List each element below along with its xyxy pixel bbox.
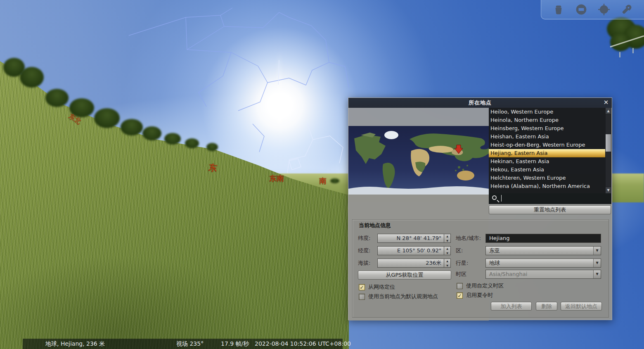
sun-glare-beam [277, 50, 282, 124]
tree-silhouette [20, 67, 44, 88]
search-icon [492, 195, 497, 200]
dropdown-icon[interactable]: ▼ [593, 270, 601, 278]
get-location-from-gps-button[interactable]: 从GPS获取位置 [358, 271, 451, 280]
planet-value: 地球 [489, 260, 500, 266]
planet-label: 行星: [456, 259, 468, 268]
direction-label-south: 南 [319, 176, 327, 186]
wrench-icon[interactable] [620, 3, 633, 16]
list-item[interactable]: Helena (Alabama), Northern America [489, 182, 605, 190]
city-name-input[interactable]: Hejiang [485, 234, 601, 243]
bush-silhouette [45, 89, 69, 107]
fence-post [632, 48, 634, 53]
longitude-spinner: ▲ ▼ [444, 246, 451, 255]
bush-silhouette [185, 138, 199, 148]
dialog-title: 所在地点 [469, 99, 492, 107]
spin-down-icon[interactable]: ▼ [444, 251, 450, 256]
list-item[interactable]: Heishan, Eastern Asia [489, 133, 605, 141]
spin-up-icon[interactable]: ▲ [444, 247, 450, 251]
bush-silhouette [164, 133, 181, 145]
list-item[interactable]: Heiloo, Western Europe [489, 108, 605, 116]
checkbox-custom-timezone[interactable]: 使用自定义时区 [457, 283, 504, 289]
altitude-spinner: ▲ ▼ [444, 259, 451, 268]
stellarium-viewport: 太阳 东北 东 东南 南 [0, 0, 644, 349]
scroll-thumb[interactable] [606, 134, 611, 152]
horizon-tree [330, 178, 339, 183]
checkbox-daylight-saving[interactable]: ✓ 启用夏令时 [457, 292, 493, 299]
list-item[interactable]: Heinola, Northern Europe [489, 116, 605, 124]
target-icon[interactable] [598, 3, 610, 16]
list-scrollbar: ▲ ▼ [605, 108, 611, 193]
dropdown-icon[interactable]: ▼ [593, 259, 601, 267]
region-label: 区: [456, 246, 463, 255]
world-map[interactable] [348, 126, 489, 195]
location-list: Heiloo, Western EuropeHeinola, Northern … [489, 108, 605, 193]
longitude-label: 经度: [358, 246, 370, 255]
bush-silhouette [142, 126, 161, 140]
region-value: 东亚 [489, 247, 500, 254]
circle-slot-icon[interactable] [575, 3, 587, 16]
location-dialog: 所在地点 ✕ [348, 97, 612, 320]
list-item[interactable]: Hekou, Eastern Asia [489, 166, 605, 174]
checkbox-label: 使用当前地点为默认观测地点 [368, 293, 438, 300]
timezone-label: 时区 [456, 270, 466, 279]
direction-label-southeast: 东南 [269, 173, 284, 183]
bush-silhouette [121, 119, 143, 135]
spin-down-icon[interactable]: ▼ [444, 239, 450, 243]
timezone-value: Asia/Shanghai [489, 271, 527, 277]
longitude-spinbox[interactable]: E 105° 50' 0.92" [377, 246, 444, 255]
scroll-down-icon[interactable]: ▼ [606, 187, 611, 193]
list-item-partial[interactable] [489, 190, 605, 193]
spin-down-icon[interactable]: ▼ [444, 264, 450, 268]
city-name-label: 地名/城市: [456, 234, 481, 243]
status-fps: 17.9 帧/秒 [221, 340, 249, 348]
status-fov: 视场 235° [176, 340, 204, 348]
dropdown-icon[interactable]: ▼ [593, 247, 601, 255]
add-to-list-button[interactable]: 加入列表 [491, 302, 532, 311]
reset-location-list-button[interactable]: 重置地点列表 [489, 205, 611, 214]
checkbox-use-as-default[interactable]: 使用当前地点为默认观测地点 [359, 293, 438, 300]
checkbox-icon[interactable] [359, 294, 365, 300]
checkbox-network-locate[interactable]: ✓ 从网络定位 [359, 284, 395, 290]
checkbox-icon[interactable]: ✓ [359, 284, 365, 290]
text-caret [501, 195, 502, 202]
list-item[interactable]: Heist-op-den-Berg, Western Europe [489, 141, 605, 149]
altitude-label: 海拔: [358, 259, 370, 268]
timezone-dropdown[interactable]: Asia/Shanghai ▼ [485, 270, 601, 279]
section-title: 当前地点信息 [359, 222, 391, 229]
spin-up-icon[interactable]: ▲ [444, 234, 450, 239]
status-location: 地球, Hejiang, 236 米 [45, 340, 105, 348]
list-item[interactable]: Hekinan, Eastern Asia [489, 157, 605, 166]
status-datetime: 2022-08-04 10:52:06 UTC+08:00 [255, 340, 351, 347]
delete-button[interactable]: 删除 [536, 302, 557, 311]
spin-up-icon[interactable]: ▲ [444, 259, 450, 264]
sun-name-label: 太阳 [286, 98, 296, 105]
latitude-label: 纬度: [358, 234, 370, 243]
scroll-up-icon[interactable]: ▲ [606, 108, 611, 114]
checkbox-icon[interactable] [457, 283, 463, 289]
direction-label-east: 东 [208, 161, 218, 174]
top-toolbar [541, 0, 644, 19]
checkbox-label: 启用夏令时 [466, 292, 493, 299]
map-top-overlay [348, 108, 489, 126]
trash-icon[interactable] [552, 3, 565, 16]
latitude-spinner: ▲ ▼ [444, 234, 451, 243]
latitude-spinbox[interactable]: N 28° 48' 41.79" [377, 234, 444, 243]
list-item[interactable]: Hejiang, Eastern Asia [489, 149, 605, 157]
region-dropdown[interactable]: 东亚 ▼ [485, 246, 601, 255]
status-bar: 地球, Hejiang, 236 米 视场 235° 17.9 帧/秒 2022… [23, 339, 343, 349]
checkbox-icon[interactable]: ✓ [457, 292, 463, 299]
checkbox-label: 使用自定义时区 [466, 282, 504, 290]
bush-silhouette [206, 143, 218, 151]
bush-silhouette [94, 108, 120, 128]
close-icon[interactable]: ✕ [602, 99, 610, 106]
return-default-button[interactable]: 返回默认地点 [561, 302, 602, 311]
planet-dropdown[interactable]: 地球 ▼ [485, 259, 601, 268]
altitude-spinbox[interactable]: 236米 [377, 259, 444, 268]
dialog-title-bar[interactable]: 所在地点 ✕ [348, 98, 612, 108]
fence-post [619, 52, 620, 57]
treeline-right [610, 33, 631, 51]
location-search-field[interactable] [489, 193, 611, 204]
checkbox-label: 从网络定位 [368, 283, 395, 291]
list-item[interactable]: Heinsberg, Western Europe [489, 124, 605, 133]
list-item[interactable]: Helchteren, Western Europe [489, 174, 605, 182]
